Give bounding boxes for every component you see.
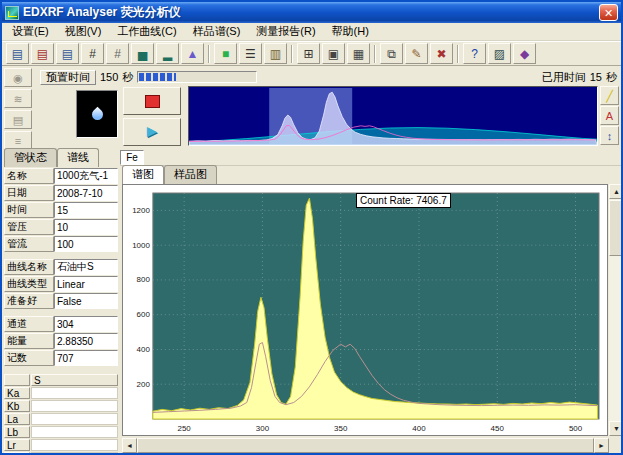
sample-indicator xyxy=(76,90,118,138)
scrollbar-corner xyxy=(609,438,623,453)
delete-button[interactable]: ✖ xyxy=(430,43,453,64)
tab-spectrum-chart[interactable]: 谱图 xyxy=(122,165,164,184)
close-button[interactable]: ✕ xyxy=(599,4,618,21)
led-indicator-button[interactable]: ■ xyxy=(214,43,237,64)
scroll-right-button[interactable]: ► xyxy=(594,438,609,453)
info-value: 15 xyxy=(54,202,118,218)
spectrum-chart[interactable]: 20040060080010001200250300350400450500 C… xyxy=(122,184,608,436)
info-value: 2.88350 xyxy=(54,333,118,349)
menu-help[interactable]: 帮助(H) xyxy=(324,22,377,41)
preview-tools: ╱ A ↕ xyxy=(600,86,620,145)
svg-text:450: 450 xyxy=(491,424,505,433)
info-row: 管流100 xyxy=(4,236,118,252)
table-icon: ▥ xyxy=(270,47,281,61)
context-help-button[interactable]: ? xyxy=(463,43,486,64)
print-button[interactable]: ▣ xyxy=(322,43,345,64)
copy-icon: ⧉ xyxy=(387,47,396,61)
edit-curve-button[interactable]: ✎ xyxy=(405,43,428,64)
info-value: 石油中S xyxy=(54,259,118,275)
svg-text:600: 600 xyxy=(137,310,151,319)
area-view-button[interactable]: ▂ xyxy=(156,43,179,64)
chart-info-button[interactable]: ▨ xyxy=(488,43,511,64)
menu-view[interactable]: 视图(V) xyxy=(57,22,110,41)
axis-toggle-icon: ↕ xyxy=(607,130,613,142)
grid-toggle-button[interactable]: # xyxy=(81,43,104,64)
raise-button[interactable]: ≋ xyxy=(4,89,32,108)
lines-header-blank xyxy=(4,374,30,386)
line-label[interactable]: Lb xyxy=(4,426,30,438)
preset-time-value: 150 xyxy=(100,71,118,83)
scroll-up-button[interactable]: ▲ xyxy=(609,184,623,199)
stop-button[interactable] xyxy=(123,87,181,115)
menu-sample-spectrum[interactable]: 样品谱(S) xyxy=(185,22,249,41)
list-icon: ☰ xyxy=(245,47,256,61)
line-label[interactable]: Kb xyxy=(4,400,30,412)
info-label: 日期 xyxy=(4,185,54,201)
time-bar: 预置时间 150 秒 已用时间 15 秒 xyxy=(40,69,617,85)
axis-toggle-button[interactable]: ↕ xyxy=(600,126,619,145)
exit-tool-button[interactable]: ◆ xyxy=(513,43,536,64)
new-spectrum-button[interactable]: ▤ xyxy=(56,43,79,64)
copy-button[interactable]: ⧉ xyxy=(380,43,403,64)
marker-a-button[interactable]: A xyxy=(600,106,619,125)
vertical-scroll-track xyxy=(609,256,623,421)
info-label: 名称 xyxy=(4,168,54,184)
bar-view-button[interactable]: ▅ xyxy=(131,43,154,64)
chart-tab-strip: 谱图 样品图 xyxy=(122,168,217,184)
chart-vertical-scrollbar[interactable]: ▲ ▼ xyxy=(609,184,623,436)
info-row: 名称1000充气-1 xyxy=(4,168,118,184)
info-label: 准备好 xyxy=(4,293,54,309)
scale-curve-button[interactable]: ╱ xyxy=(600,86,619,105)
menu-settings[interactable]: 设置(E) xyxy=(4,22,57,41)
peak-icon: ▲ xyxy=(187,47,199,61)
menu-working-curve[interactable]: 工作曲线(C) xyxy=(109,22,184,41)
gauge-button[interactable]: ◉ xyxy=(4,68,32,87)
chart-horizontal-scrollbar[interactable]: ◄ ► xyxy=(122,438,609,453)
play-icon: ► xyxy=(144,122,161,142)
count-rate-tooltip: Count Rate: 7406.7 xyxy=(356,193,451,208)
info-label: 通道 xyxy=(4,316,54,332)
save-icon: ▦ xyxy=(353,47,364,61)
tab-tube-status[interactable]: 管状态 xyxy=(4,148,57,167)
line-label[interactable]: Ka xyxy=(4,387,30,399)
line-label[interactable]: Lr xyxy=(4,439,30,451)
balance-icon: ▤ xyxy=(13,114,23,126)
info-row: 记数707 xyxy=(4,350,118,366)
list-view-button[interactable]: ☰ xyxy=(239,43,262,64)
delete-icon: ✖ xyxy=(436,47,446,61)
info-label: 时间 xyxy=(4,202,54,218)
start-button[interactable]: ► xyxy=(123,118,181,146)
elapsed-time-unit: 秒 xyxy=(606,70,617,85)
vertical-scroll-thumb[interactable] xyxy=(609,200,623,256)
lines-header-element: S xyxy=(31,374,118,386)
info-row: 曲线类型Linear xyxy=(4,276,118,292)
save-spectrum-button[interactable]: ▤ xyxy=(31,43,54,64)
crosshair-button[interactable]: # xyxy=(106,43,129,64)
balance-button[interactable]: ▤ xyxy=(4,110,32,129)
crosshair-icon: # xyxy=(114,47,121,61)
svg-text:300: 300 xyxy=(256,424,270,433)
line-label[interactable]: La xyxy=(4,413,30,425)
calculator-button[interactable]: ⊞ xyxy=(297,43,320,64)
menu-measure-report[interactable]: 测量报告(R) xyxy=(248,22,323,41)
levels-icon: ≡ xyxy=(15,135,21,147)
spectrum-preview[interactable] xyxy=(188,86,598,146)
table-view-button[interactable]: ▥ xyxy=(264,43,287,64)
horizontal-scroll-thumb[interactable] xyxy=(137,438,594,453)
info-row: 曲线名称石油中S xyxy=(4,259,118,275)
svg-text:400: 400 xyxy=(412,424,426,433)
tab-spectral-lines[interactable]: 谱线 xyxy=(57,148,99,167)
calculator-icon: ⊞ xyxy=(303,47,313,61)
grid-icon: # xyxy=(89,47,96,61)
open-spectrum-button[interactable]: ▤ xyxy=(6,43,29,64)
tab-sample-chart[interactable]: 样品图 xyxy=(164,165,217,184)
peak-view-button[interactable]: ▲ xyxy=(181,43,204,64)
svg-text:250: 250 xyxy=(178,424,192,433)
save-report-button[interactable]: ▦ xyxy=(347,43,370,64)
toolbar-separator xyxy=(291,45,293,63)
stop-icon xyxy=(145,95,160,108)
led-icon: ■ xyxy=(222,47,229,61)
info-value: 707 xyxy=(54,350,118,366)
scroll-down-button[interactable]: ▼ xyxy=(609,421,623,436)
scroll-left-button[interactable]: ◄ xyxy=(122,438,137,453)
